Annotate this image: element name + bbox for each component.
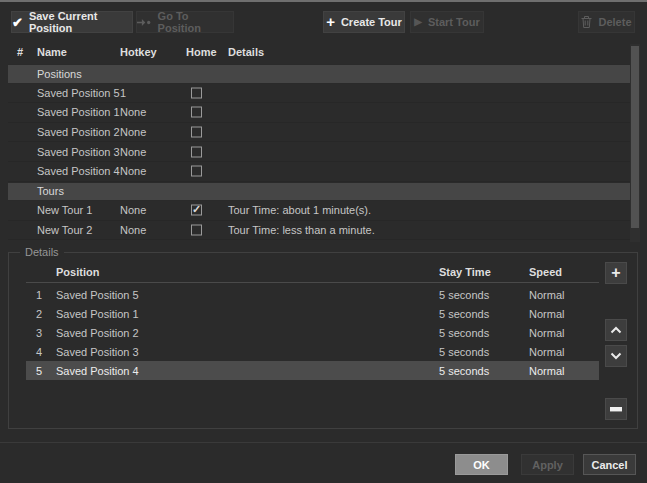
row-details: Tour Time: about 1 minute(s). <box>228 204 371 216</box>
row-hotkey: None <box>120 204 146 216</box>
step-position: Saved Position 3 <box>56 346 139 358</box>
tour-step-row[interactable]: 3 Saved Position 2 5 seconds Normal <box>26 323 599 342</box>
group-header-tours: Tours <box>8 182 630 202</box>
minus-icon <box>610 407 622 412</box>
scrollbar-thumb[interactable] <box>631 46 639 228</box>
delete-button[interactable]: Delete <box>578 11 635 33</box>
row-hotkey: None <box>120 106 146 118</box>
col-header-details: Details <box>228 46 264 58</box>
row-name: Saved Position 1 <box>37 106 120 118</box>
trash-icon <box>581 16 592 28</box>
go-to-position-label: Go To Position <box>158 10 233 34</box>
ptz-presets-dialog: ✔ Save Current Position Go To Position +… <box>0 0 647 483</box>
row-hotkey: None <box>120 126 146 138</box>
col-header-hotkey: Hotkey <box>120 46 157 58</box>
step-number: 2 <box>36 308 42 320</box>
step-speed: Normal <box>529 289 564 301</box>
step-speed: Normal <box>529 308 564 320</box>
step-position: Saved Position 5 <box>56 289 139 301</box>
save-current-position-label: Save Current Position <box>29 10 132 34</box>
home-checkbox[interactable] <box>191 225 202 236</box>
step-number: 5 <box>36 365 42 377</box>
step-number: 1 <box>36 289 42 301</box>
details-legend: Details <box>20 246 64 258</box>
step-speed: Normal <box>529 365 564 377</box>
home-checkbox[interactable] <box>191 107 202 118</box>
step-speed: Normal <box>529 327 564 339</box>
table-row[interactable]: Saved Position 3 None <box>8 142 630 162</box>
chevron-down-icon <box>610 352 622 360</box>
step-number: 3 <box>36 327 42 339</box>
check-icon: ✔ <box>12 16 23 29</box>
step-stay-time: 5 seconds <box>439 327 489 339</box>
go-to-position-button[interactable]: Go To Position <box>136 11 234 33</box>
chevron-up-icon <box>610 326 622 334</box>
home-checkbox[interactable] <box>191 127 202 138</box>
row-hotkey: 1 <box>120 87 126 99</box>
apply-button[interactable]: Apply <box>521 454 574 475</box>
step-stay-time: 5 seconds <box>439 289 489 301</box>
row-name: Saved Position 5 <box>37 87 120 99</box>
home-checkbox[interactable] <box>191 87 202 98</box>
positions-table-header: # Name Hotkey Home Details <box>0 46 647 61</box>
row-details: Tour Time: less than a minute. <box>228 224 375 236</box>
cancel-button[interactable]: Cancel <box>583 454 636 475</box>
step-stay-time: 5 seconds <box>439 365 489 377</box>
start-tour-label: Start Tour <box>428 16 480 28</box>
ok-button[interactable]: OK <box>455 454 508 475</box>
table-row[interactable]: Saved Position 2 None <box>8 123 630 143</box>
move-down-button[interactable] <box>605 345 627 367</box>
home-checkbox[interactable] <box>191 205 202 216</box>
group-tours-label: Tours <box>37 185 64 197</box>
start-tour-button[interactable]: ▶ Start Tour <box>410 11 484 33</box>
col-header-speed: Speed <box>529 266 562 278</box>
step-position: Saved Position 1 <box>56 308 139 320</box>
tour-step-row[interactable]: 5 Saved Position 4 5 seconds Normal <box>26 361 599 380</box>
create-tour-label: Create Tour <box>341 16 402 28</box>
add-position-button[interactable]: + <box>605 262 627 284</box>
create-tour-button[interactable]: + Create Tour <box>323 11 405 33</box>
save-current-position-button[interactable]: ✔ Save Current Position <box>11 11 133 33</box>
table-row[interactable]: New Tour 2 None Tour Time: less than a m… <box>8 221 630 241</box>
play-icon: ▶ <box>414 17 422 27</box>
delete-label: Delete <box>598 16 631 28</box>
row-name: Saved Position 3 <box>37 146 120 158</box>
tour-step-row[interactable]: 4 Saved Position 3 5 seconds Normal <box>26 342 599 361</box>
remove-position-button[interactable] <box>605 398 627 420</box>
row-name: New Tour 1 <box>37 204 92 216</box>
col-header-position: Position <box>56 266 99 278</box>
step-position: Saved Position 4 <box>56 365 139 377</box>
step-speed: Normal <box>529 346 564 358</box>
table-row[interactable]: Saved Position 5 1 <box>8 84 630 104</box>
table-row[interactable]: Saved Position 4 None <box>8 162 630 182</box>
row-hotkey: None <box>120 165 146 177</box>
group-header-positions: Positions <box>8 64 630 84</box>
tour-step-row[interactable]: 1 Saved Position 5 5 seconds Normal <box>26 285 599 304</box>
col-header-home: Home <box>186 46 217 58</box>
details-table: 1 Saved Position 5 5 seconds Normal 2 Sa… <box>26 285 599 380</box>
step-stay-time: 5 seconds <box>439 308 489 320</box>
col-header-name: Name <box>37 46 67 58</box>
table-row[interactable]: Saved Position 1 None <box>8 103 630 123</box>
move-up-button[interactable] <box>605 319 627 341</box>
go-to-position-icon <box>137 18 152 27</box>
step-number: 4 <box>36 346 42 358</box>
col-header-number: # <box>17 46 23 58</box>
plus-icon: + <box>611 264 620 282</box>
step-position: Saved Position 2 <box>56 327 139 339</box>
row-name: Saved Position 2 <box>37 126 120 138</box>
plus-icon: + <box>326 14 335 29</box>
details-panel: Details Position Stay Time Speed 1 Saved… <box>8 252 638 429</box>
group-positions-label: Positions <box>37 68 82 80</box>
vertical-scrollbar[interactable] <box>630 44 640 242</box>
home-checkbox[interactable] <box>191 146 202 157</box>
positions-table: Positions Saved Position 5 1 Saved Posit… <box>8 64 630 240</box>
row-name: Saved Position 4 <box>37 165 120 177</box>
row-name: New Tour 2 <box>37 224 92 236</box>
home-checkbox[interactable] <box>191 166 202 177</box>
footer-divider <box>0 442 647 443</box>
table-row[interactable]: New Tour 1 None Tour Time: about 1 minut… <box>8 201 630 221</box>
tour-step-row[interactable]: 2 Saved Position 1 5 seconds Normal <box>26 304 599 323</box>
header-separator <box>26 282 599 283</box>
row-hotkey: None <box>120 146 146 158</box>
